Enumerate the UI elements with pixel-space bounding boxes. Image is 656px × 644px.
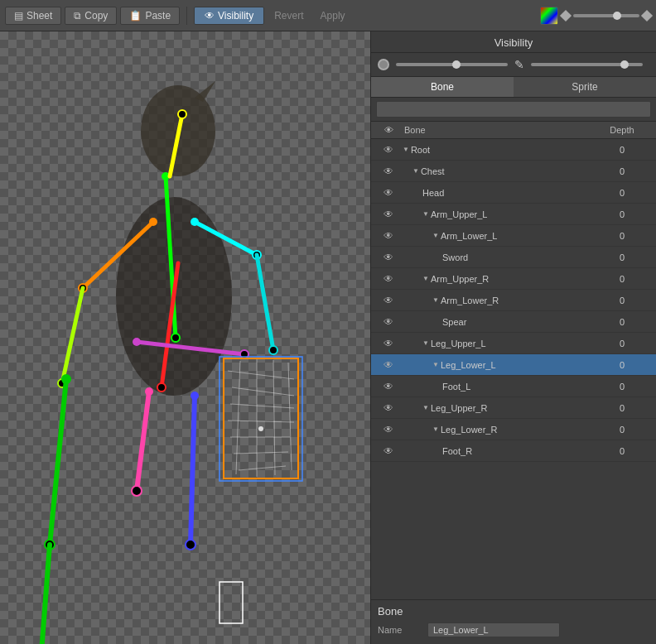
revert-label[interactable]: Revert (268, 10, 310, 22)
eye-toggle[interactable]: 👁 (376, 338, 401, 349)
table-row[interactable]: 👁▼Leg_Lower_R0 (371, 419, 656, 440)
left-leg-upper-bone (50, 379, 66, 545)
left-leg-pink (137, 392, 149, 491)
right-leg-start (191, 392, 199, 400)
panel-slider-track-2[interactable] (531, 63, 643, 66)
bone-label: Arm_Lower_L (441, 231, 497, 241)
table-row[interactable]: 👁▼Root0 (371, 139, 656, 161)
table-row[interactable]: 👁Foot_R0 (371, 440, 656, 462)
expand-triangle[interactable]: ▼ (403, 146, 409, 153)
depth-value: 0 (593, 317, 651, 327)
eye-toggle[interactable]: 👁 (376, 424, 401, 435)
table-row[interactable]: 👁▼Leg_Upper_R0 (371, 397, 656, 419)
sheet-button[interactable]: ▤ Sheet (5, 7, 61, 25)
expand-triangle[interactable]: ▼ (432, 296, 439, 304)
color-picker-button[interactable] (540, 7, 558, 25)
eye-toggle[interactable]: 👁 (376, 359, 401, 371)
table-row[interactable]: 👁Spear0 (371, 311, 656, 333)
expand-triangle[interactable]: ▼ (412, 167, 419, 175)
divider-1 (186, 7, 187, 25)
copy-icon: ⧉ (74, 10, 81, 22)
expand-triangle[interactable]: ▼ (422, 339, 429, 347)
bone-label: Foot_R (442, 446, 472, 456)
search-input[interactable] (376, 101, 651, 118)
depth-value: 0 (593, 252, 651, 262)
bone-name-cell: ▼Leg_Lower_R (401, 425, 593, 435)
foot-selection-box (219, 582, 243, 623)
expand-triangle[interactable]: ▼ (422, 210, 429, 218)
eye-toggle[interactable]: 👁 (376, 402, 401, 414)
bone-name-cell: Spear (401, 317, 593, 327)
right-leg-end (186, 540, 195, 550)
paste-button[interactable]: 📋 Paste (120, 7, 180, 25)
expand-triangle[interactable]: ▼ (422, 404, 429, 411)
depth-value: 0 (593, 382, 651, 392)
table-row[interactable]: 👁▼Chest0 (371, 161, 656, 182)
visibility-tab[interactable]: 👁 Visibility (194, 7, 264, 25)
bone-label: Leg_Upper_L (431, 339, 486, 348)
eye-toggle[interactable]: 👁 (376, 209, 401, 220)
bone-name-cell: ▼Arm_Lower_L (401, 231, 593, 241)
table-row[interactable]: 👁▼Leg_Upper_L0 (371, 333, 656, 354)
mesh-line-7 (239, 466, 286, 470)
toolbar: ▤ Sheet ⧉ Copy 📋 Paste 👁 Visibility Reve… (0, 0, 656, 31)
diamond-icon-2 (641, 9, 653, 21)
eye-toggle[interactable]: 👁 (376, 252, 401, 263)
panel-slider-track[interactable] (396, 63, 508, 66)
spine-end (157, 383, 166, 392)
canvas-area[interactable] (0, 31, 370, 644)
table-row[interactable]: 👁Head0 (371, 182, 656, 204)
name-value-input[interactable] (427, 622, 560, 637)
bottom-panel-title: Bone (378, 605, 649, 618)
toolbar-slider[interactable] (573, 14, 639, 17)
bone-toggle-btn[interactable]: Bone (371, 77, 514, 97)
bottom-name-row: Name (378, 622, 649, 637)
table-row[interactable]: 👁Foot_L0 (371, 376, 656, 397)
torso-bone-end (171, 334, 180, 342)
bone-list[interactable]: 👁▼Root0👁▼Chest0👁Head0👁▼Arm_Upper_L0👁▼Arm… (371, 139, 656, 599)
eye-toggle[interactable]: 👁 (376, 166, 401, 177)
panel-toggle-row: Bone Sprite (371, 77, 656, 98)
table-row[interactable]: 👁▼Arm_Upper_R0 (371, 268, 656, 290)
bone-name-cell: Head (401, 188, 593, 198)
depth-value: 0 (593, 188, 651, 198)
bone-name-cell: ▼Arm_Upper_L (401, 209, 593, 219)
sprite-toggle-btn[interactable]: Sprite (514, 77, 656, 97)
expand-triangle[interactable]: ▼ (432, 425, 439, 433)
bone-name-cell: ▼Arm_Lower_R (401, 296, 593, 305)
eye-toggle[interactable]: 👁 (376, 273, 401, 285)
bone-name-cell: Foot_R (401, 446, 593, 456)
eye-toggle[interactable]: 👁 (376, 381, 401, 392)
eye-toggle[interactable]: 👁 (376, 295, 401, 306)
main-area: Visibility ✎ Bone Sprite 👁 Bone Depth (0, 31, 656, 644)
table-row[interactable]: 👁▼Arm_Lower_R0 (371, 290, 656, 311)
left-lower-arm-bone (62, 288, 83, 383)
table-row[interactable]: 👁▼Arm_Upper_L0 (371, 204, 656, 225)
depth-value: 0 (593, 231, 651, 241)
bone-label: Arm_Upper_R (431, 274, 489, 284)
eye-toggle[interactable]: 👁 (376, 316, 401, 328)
canvas-figure (0, 31, 370, 644)
selection-box (224, 358, 298, 478)
table-row[interactable]: 👁▼Arm_Lower_L0 (371, 225, 656, 247)
apply-label[interactable]: Apply (314, 10, 352, 22)
eye-toggle[interactable]: 👁 (376, 187, 401, 199)
copy-button[interactable]: ⧉ Copy (65, 7, 117, 25)
depth-value: 0 (593, 339, 651, 348)
table-row[interactable]: 👁▼Leg_Lower_L0 (371, 354, 656, 376)
hip-start (133, 338, 141, 346)
col-eye-header: 👁 (376, 125, 401, 135)
expand-triangle[interactable]: ▼ (422, 275, 429, 282)
expand-triangle[interactable]: ▼ (432, 232, 439, 239)
bone-label: Chest (421, 166, 445, 176)
pivot-point (258, 426, 263, 431)
right-leg-bone (191, 396, 195, 545)
table-row[interactable]: 👁Sword0 (371, 247, 656, 268)
expand-triangle[interactable]: ▼ (432, 361, 439, 368)
eye-toggle[interactable]: 👁 (376, 445, 401, 457)
paste-icon: 📋 (129, 10, 142, 22)
bone-label: Arm_Upper_L (431, 209, 487, 219)
panel-slider-thumb-left (452, 60, 461, 69)
eye-toggle[interactable]: 👁 (376, 230, 401, 242)
eye-toggle[interactable]: 👁 (376, 144, 401, 156)
